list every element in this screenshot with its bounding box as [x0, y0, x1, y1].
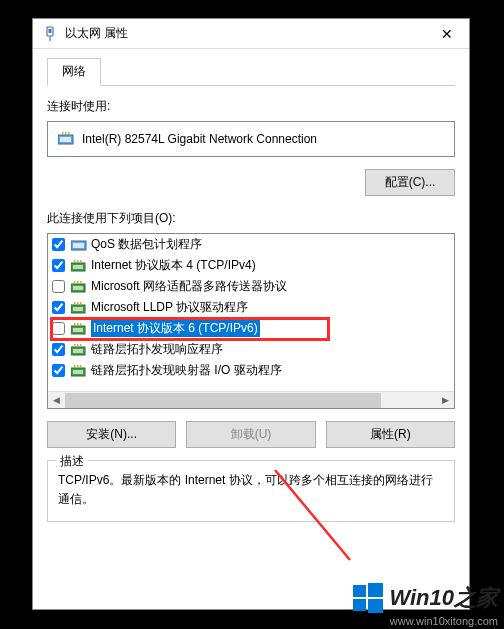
- svg-rect-22: [74, 302, 76, 305]
- svg-rect-26: [73, 328, 83, 332]
- svg-rect-7: [68, 132, 70, 135]
- scroll-thumb[interactable]: [65, 393, 381, 408]
- uninstall-button[interactable]: 卸载(U): [186, 421, 315, 448]
- proto-icon: [71, 364, 87, 378]
- svg-rect-43: [353, 599, 366, 611]
- svg-rect-27: [74, 323, 76, 326]
- proto-icon: [71, 259, 87, 273]
- scroll-left-icon[interactable]: ◀: [48, 393, 65, 408]
- list-item[interactable]: 链路层拓扑发现响应程序: [48, 339, 454, 360]
- item-label: 链路层拓扑发现响应程序: [91, 341, 223, 358]
- item-label: Internet 协议版本 6 (TCP/IPv6): [91, 320, 260, 337]
- item-checkbox[interactable]: [52, 259, 65, 272]
- svg-rect-11: [73, 265, 83, 269]
- list-item[interactable]: QoS 数据包计划程序: [48, 234, 454, 255]
- close-button[interactable]: ✕: [427, 20, 467, 48]
- svg-rect-21: [73, 307, 83, 311]
- horizontal-scrollbar[interactable]: ◀ ▶: [48, 391, 454, 408]
- content-area: 网络 连接时使用: Intel(R) 82574L Gigabit Networ…: [33, 49, 469, 536]
- close-icon: ✕: [441, 26, 453, 42]
- tab-body: 连接时使用: Intel(R) 82574L Gigabit Network C…: [47, 86, 455, 522]
- svg-rect-5: [62, 132, 64, 135]
- item-label: Microsoft LLDP 协议驱动程序: [91, 299, 248, 316]
- watermark: Win10之家 www.win10xitong.com: [353, 583, 498, 627]
- item-checkbox[interactable]: [52, 238, 65, 251]
- svg-rect-29: [80, 323, 82, 326]
- titlebar: 以太网 属性 ✕: [33, 19, 469, 49]
- nic-icon: [58, 132, 74, 146]
- svg-rect-16: [73, 286, 83, 290]
- ethernet-properties-window: 以太网 属性 ✕ 网络 连接时使用: Intel(R) 82574L Gigab…: [32, 18, 470, 610]
- svg-rect-23: [77, 302, 79, 305]
- svg-rect-14: [80, 260, 82, 263]
- svg-rect-42: [368, 583, 383, 597]
- item-checkbox[interactable]: [52, 364, 65, 377]
- svg-rect-38: [77, 365, 79, 368]
- item-label: QoS 数据包计划程序: [91, 236, 202, 253]
- proto-icon: [71, 301, 87, 315]
- item-label: Microsoft 网络适配器多路传送器协议: [91, 278, 287, 295]
- configure-button[interactable]: 配置(C)...: [365, 169, 455, 196]
- connect-using-label: 连接时使用:: [47, 98, 455, 115]
- components-listbox[interactable]: QoS 数据包计划程序Internet 协议版本 4 (TCP/IPv4)Mic…: [47, 233, 455, 409]
- svg-rect-12: [74, 260, 76, 263]
- proto-icon: [71, 322, 87, 336]
- description-fieldset: 描述 TCP/IPv6。最新版本的 Internet 协议，可以跨多个相互连接的…: [47, 460, 455, 522]
- items-label: 此连接使用下列项目(O):: [47, 210, 455, 227]
- tab-network[interactable]: 网络: [47, 58, 101, 86]
- list-item[interactable]: Internet 协议版本 6 (TCP/IPv6): [48, 318, 454, 339]
- windows-logo-icon: [353, 583, 383, 613]
- tab-strip: 网络: [47, 57, 455, 86]
- svg-rect-24: [80, 302, 82, 305]
- adapter-name: Intel(R) 82574L Gigabit Network Connecti…: [82, 132, 317, 146]
- scroll-track[interactable]: [65, 393, 437, 408]
- svg-rect-33: [77, 344, 79, 347]
- item-checkbox[interactable]: [52, 301, 65, 314]
- svg-rect-28: [77, 323, 79, 326]
- svg-rect-39: [80, 365, 82, 368]
- item-checkbox[interactable]: [52, 280, 65, 293]
- item-label: Internet 协议版本 4 (TCP/IPv4): [91, 257, 256, 274]
- watermark-title: Win10之家: [389, 583, 498, 613]
- proto-icon: [71, 280, 87, 294]
- item-checkbox[interactable]: [52, 322, 65, 335]
- list-item[interactable]: 链路层拓扑发现映射器 I/O 驱动程序: [48, 360, 454, 381]
- install-button[interactable]: 安装(N)...: [47, 421, 176, 448]
- svg-rect-9: [73, 243, 84, 248]
- item-label: 链路层拓扑发现映射器 I/O 驱动程序: [91, 362, 282, 379]
- list-item[interactable]: Microsoft 网络适配器多路传送器协议: [48, 276, 454, 297]
- watermark-url: www.win10xitong.com: [353, 615, 498, 627]
- svg-rect-6: [65, 132, 67, 135]
- description-legend: 描述: [56, 453, 88, 470]
- proto-icon: [71, 343, 87, 357]
- svg-rect-4: [60, 137, 71, 142]
- svg-rect-44: [368, 599, 383, 613]
- svg-rect-31: [73, 349, 83, 353]
- qos-icon: [71, 238, 87, 252]
- adapter-box: Intel(R) 82574L Gigabit Network Connecti…: [47, 121, 455, 157]
- list-item[interactable]: Microsoft LLDP 协议驱动程序: [48, 297, 454, 318]
- item-checkbox[interactable]: [52, 343, 65, 356]
- svg-rect-1: [49, 29, 52, 33]
- svg-rect-37: [74, 365, 76, 368]
- svg-rect-19: [80, 281, 82, 284]
- properties-button[interactable]: 属性(R): [326, 421, 455, 448]
- description-text: TCP/IPv6。最新版本的 Internet 协议，可以跨多个相互连接的网络进…: [58, 471, 444, 509]
- svg-rect-17: [74, 281, 76, 284]
- window-title: 以太网 属性: [65, 25, 427, 42]
- scroll-right-icon[interactable]: ▶: [437, 393, 454, 408]
- ethernet-icon: [43, 26, 57, 42]
- svg-rect-34: [80, 344, 82, 347]
- svg-rect-36: [73, 370, 83, 374]
- svg-rect-18: [77, 281, 79, 284]
- svg-rect-13: [77, 260, 79, 263]
- svg-rect-41: [353, 585, 366, 597]
- list-item[interactable]: Internet 协议版本 4 (TCP/IPv4): [48, 255, 454, 276]
- configure-row: 配置(C)...: [47, 169, 455, 196]
- button-row: 安装(N)... 卸载(U) 属性(R): [47, 421, 455, 448]
- svg-rect-32: [74, 344, 76, 347]
